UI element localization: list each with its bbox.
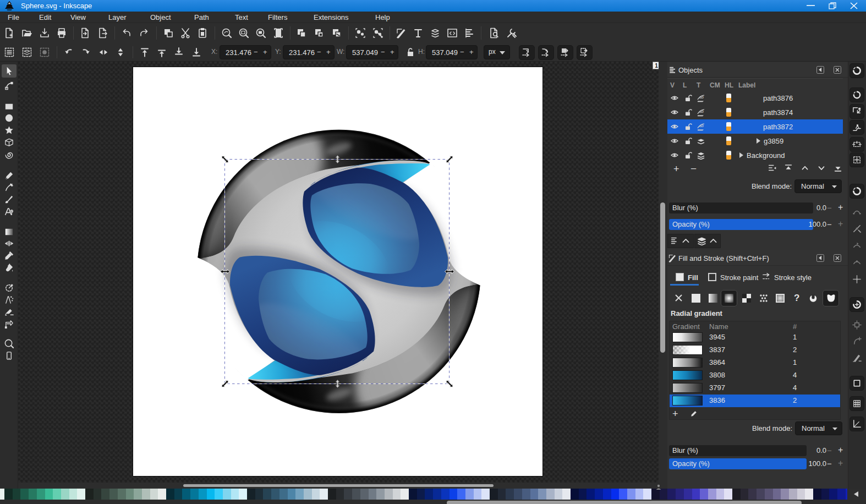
svg-text:ab: ab — [699, 109, 704, 113]
svg-text:ab: ab — [699, 95, 704, 99]
svg-text:ab: ab — [699, 124, 704, 128]
